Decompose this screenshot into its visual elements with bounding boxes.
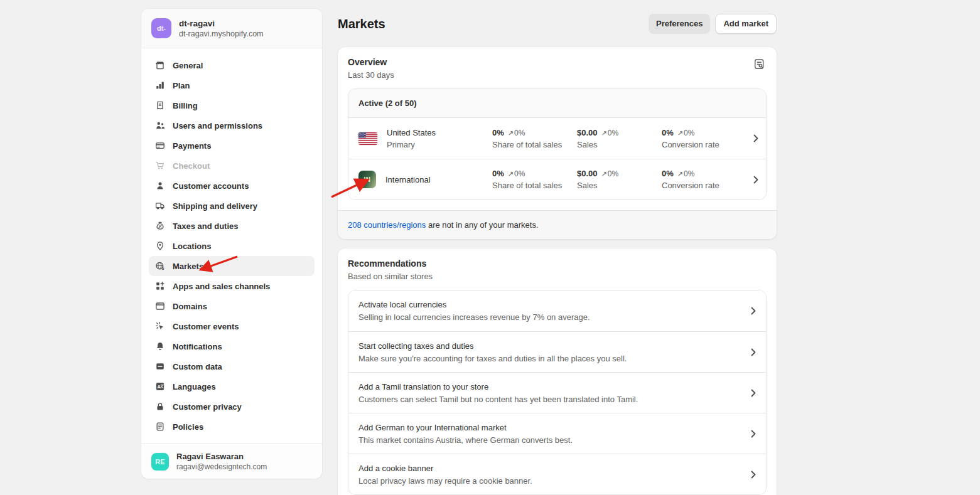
domains-browser-icon: [155, 301, 165, 311]
recommendation-start-collecting-taxes-and-duties[interactable]: Start collecting taxes and duties Make s…: [348, 331, 766, 372]
chevron-right-icon: [753, 176, 758, 184]
recommendation-description: Make sure you're accounting for taxes an…: [358, 354, 627, 363]
trend-up-icon: ↗: [601, 129, 607, 137]
chevron-right-icon: [751, 348, 756, 356]
truck-icon: [155, 201, 165, 211]
sidebar-item-notifications[interactable]: Notifications: [149, 336, 315, 356]
trend-value: 0%: [684, 129, 694, 137]
trend-value: 0%: [514, 169, 525, 178]
cursor-click-icon: [155, 321, 165, 331]
sidebar-item-markets[interactable]: $Markets: [149, 256, 315, 276]
stat-label: Share of total sales: [492, 140, 577, 149]
recommendation-add-a-tamil-translation-to-your-store[interactable]: Add a Tamil translation to your store Cu…: [348, 372, 766, 413]
sidebar-item-label: Languages: [173, 382, 216, 391]
stat-value: 0%: [662, 169, 674, 178]
trend-value: 0%: [684, 169, 694, 178]
sidebar-item-taxes-and-duties[interactable]: Taxes and duties: [149, 216, 315, 236]
chevron-right-icon: [753, 134, 758, 142]
stat-label: Share of total sales: [492, 181, 577, 190]
trend-value: 0%: [514, 129, 525, 137]
market-subtitle: Primary: [387, 140, 436, 149]
sidebar-item-label: Plan: [173, 81, 190, 90]
international-market-icon: IN: [358, 171, 376, 188]
store-domain: dt-ragavi.myshopify.com: [179, 29, 264, 38]
stat-label: Sales: [577, 181, 662, 190]
recommendations-list: Activate local currencies Selling in loc…: [348, 290, 767, 495]
sidebar-item-label: Taxes and duties: [173, 221, 239, 231]
stat-label: Sales: [577, 140, 662, 149]
recommendations-card: Recommendations Based on similar stores …: [338, 248, 777, 495]
sidebar-item-billing[interactable]: Billing: [149, 95, 315, 115]
countries-regions-link[interactable]: 208 countries/regions: [348, 220, 426, 230]
recommendations-subtitle: Based on similar stores: [348, 272, 767, 281]
recommendation-title: Activate local currencies: [358, 300, 590, 309]
sidebar-item-payments[interactable]: Payments: [149, 136, 315, 156]
recommendation-add-german-to-your-international-market[interactable]: Add German to your International market …: [348, 413, 766, 454]
stat-trend: ↗0%: [677, 169, 695, 178]
stat-sales: $0.00 ↗0% Sales: [577, 128, 662, 149]
page-title: Markets: [338, 17, 385, 31]
sidebar-item-shipping-and-delivery[interactable]: Shipping and delivery: [149, 196, 315, 216]
us-flag-icon: [358, 132, 377, 145]
tax-bag-icon: [155, 221, 165, 231]
overview-subtitle: Last 30 days: [348, 70, 394, 80]
store-avatar: dt-: [151, 18, 171, 38]
stat-trend: ↗0%: [508, 129, 525, 137]
store-icon: [155, 60, 165, 70]
sidebar-item-users-and-permissions[interactable]: Users and permissions: [149, 115, 315, 136]
recommendation-add-a-cookie-banner[interactable]: Add a cookie banner Local privacy laws m…: [348, 454, 766, 494]
sidebar-item-policies[interactable]: Policies: [149, 417, 315, 437]
active-markets-header: Active (2 of 50): [348, 89, 766, 118]
sidebar-item-locations[interactable]: Locations: [149, 236, 315, 256]
user-email: ragavi@wedesigntech.com: [176, 462, 267, 471]
sidebar-item-label: Checkout: [173, 161, 210, 171]
market-row-international[interactable]: INInternational 0% ↗0% Share of total sa…: [348, 159, 766, 200]
lock-icon: [155, 402, 165, 412]
user-footer[interactable]: RE Ragavi Easwaran ragavi@wedesigntech.c…: [141, 444, 322, 479]
market-name: International: [385, 175, 431, 184]
add-market-button[interactable]: Add market: [715, 14, 777, 34]
trend-up-icon: ↗: [508, 170, 514, 178]
stat-value: 0%: [492, 169, 504, 178]
svg-text:$: $: [162, 266, 164, 271]
sidebar-item-apps-and-sales-channels[interactable]: Apps and sales channels: [149, 276, 315, 296]
list-search-icon[interactable]: [752, 57, 767, 72]
svg-text:A: A: [157, 384, 161, 390]
stat-sales: $0.00 ↗0% Sales: [577, 169, 662, 190]
stat-trend: ↗0%: [677, 129, 695, 137]
trend-value: 0%: [608, 169, 618, 178]
recommendation-description: Selling in local currencies increases re…: [358, 312, 590, 322]
stat-trend: ↗0%: [601, 169, 619, 178]
sidebar-item-domains[interactable]: Domains: [149, 296, 315, 316]
recommendation-description: Local privacy laws may require a cookie …: [358, 476, 532, 486]
person-icon: [155, 181, 165, 191]
sidebar-item-label: Apps and sales channels: [173, 282, 270, 291]
market-row-united-states[interactable]: United StatesPrimary 0% ↗0% Share of tot…: [348, 118, 766, 159]
stat-value: 0%: [492, 128, 504, 137]
payments-card-icon: [155, 141, 165, 151]
sidebar-item-label: Domains: [173, 302, 207, 311]
stat-trend: ↗0%: [508, 169, 525, 178]
chevron-right-icon: [751, 430, 756, 438]
sidebar-item-label: Policies: [173, 422, 203, 432]
plan-chart-icon: [155, 80, 165, 90]
sidebar-item-custom-data[interactable]: Custom data: [149, 356, 315, 376]
sidebar-item-customer-events[interactable]: Customer events: [149, 316, 315, 336]
chevron-right-icon: [751, 307, 756, 315]
recommendation-activate-local-currencies[interactable]: Activate local currencies Selling in loc…: [348, 290, 766, 331]
sidebar-item-general[interactable]: General: [149, 55, 315, 75]
sidebar-item-plan[interactable]: Plan: [149, 75, 315, 95]
checkout-cart-icon: [155, 161, 165, 171]
main-content: Markets Preferences Add market Overview …: [338, 0, 777, 495]
sidebar-item-customer-privacy[interactable]: Customer privacy: [149, 397, 315, 417]
preferences-button[interactable]: Preferences: [649, 14, 710, 34]
user-name: Ragavi Easwaran: [176, 452, 267, 461]
store-header[interactable]: dt- dt-ragavi dt-ragavi.myshopify.com: [141, 9, 322, 48]
sidebar-item-customer-accounts[interactable]: Customer accounts: [149, 176, 315, 196]
sidebar-item-checkout: Checkout: [149, 156, 315, 176]
sidebar-menu: GeneralPlanBillingUsers and permissionsP…: [141, 48, 322, 444]
sidebar-item-label: Markets: [173, 262, 203, 271]
sidebar-item-label: Customer events: [173, 322, 239, 331]
sidebar-item-label: Custom data: [173, 362, 222, 371]
sidebar-item-languages[interactable]: ALanguages: [149, 376, 315, 397]
